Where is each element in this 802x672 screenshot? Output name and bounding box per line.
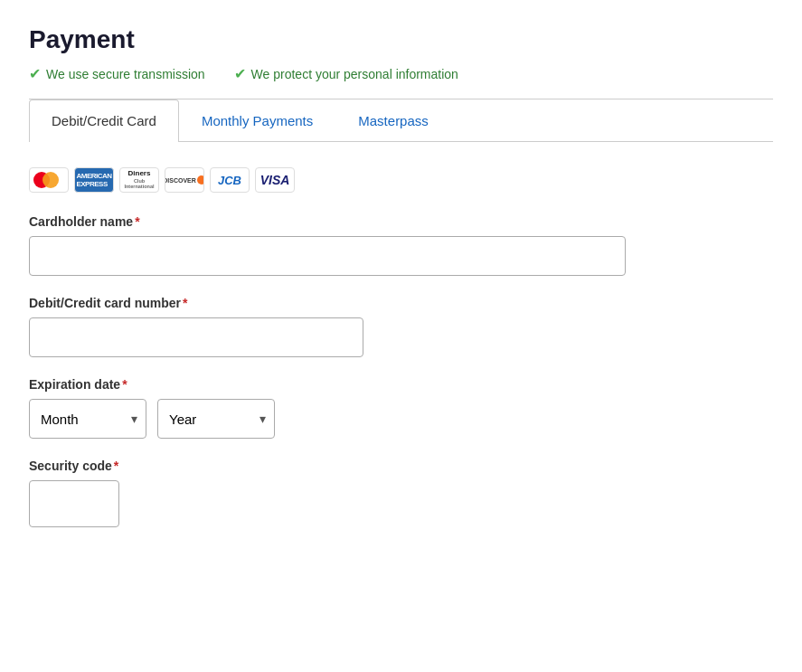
tab-monthly-payments[interactable]: Monthly Payments bbox=[179, 99, 335, 141]
month-select[interactable]: Month 01 02 03 04 05 06 07 08 09 10 11 1… bbox=[29, 399, 146, 439]
year-select-wrapper: Year 2024 2025 2026 2027 2028 2029 2030 … bbox=[157, 399, 275, 439]
tabs-bar: Debit/Credit Card Monthly Payments Maste… bbox=[29, 99, 773, 142]
security-badge-2: ✔ We protect your personal information bbox=[234, 65, 458, 82]
page-title: Payment bbox=[29, 25, 773, 54]
card-icon-mastercard bbox=[29, 167, 69, 193]
payment-container: Payment ✔ We use secure transmission ✔ W… bbox=[0, 0, 802, 583]
security-badges: ✔ We use secure transmission ✔ We protec… bbox=[29, 65, 773, 82]
card-icon-amex: AMERICANEXPRESS bbox=[74, 167, 114, 193]
security-code-input[interactable] bbox=[29, 480, 119, 527]
security-badge-2-text: We protect your personal information bbox=[251, 67, 458, 81]
required-star-expiry: * bbox=[122, 377, 127, 392]
card-icon-discover: DISCOVER bbox=[165, 167, 204, 193]
month-select-wrapper: Month 01 02 03 04 05 06 07 08 09 10 11 1… bbox=[29, 399, 146, 439]
card-number-label: Debit/Credit card number* bbox=[29, 296, 773, 310]
card-icon-diners: Diners ClubInternational bbox=[119, 167, 159, 193]
tab-masterpass[interactable]: Masterpass bbox=[335, 99, 451, 141]
card-icons-row: AMERICANEXPRESS Diners ClubInternational… bbox=[29, 167, 773, 193]
required-star-card: * bbox=[183, 296, 187, 310]
required-star-security: * bbox=[114, 459, 118, 473]
expiration-date-label: Expiration date* bbox=[29, 377, 773, 392]
card-number-input[interactable] bbox=[29, 317, 363, 357]
card-icon-jcb: JCB bbox=[210, 167, 250, 193]
cardholder-name-label: Cardholder name* bbox=[29, 214, 773, 229]
check-icon-1: ✔ bbox=[29, 65, 41, 82]
year-select[interactable]: Year 2024 2025 2026 2027 2028 2029 2030 … bbox=[157, 399, 275, 439]
security-code-label: Security code* bbox=[29, 459, 773, 473]
cardholder-name-group: Cardholder name* bbox=[29, 214, 773, 276]
check-icon-2: ✔ bbox=[234, 65, 246, 82]
card-icon-visa: VISA bbox=[255, 167, 295, 193]
security-badge-1: ✔ We use secure transmission bbox=[29, 65, 205, 82]
expiration-date-group: Expiration date* Month 01 02 03 04 05 06… bbox=[29, 377, 773, 439]
required-star-name: * bbox=[135, 214, 139, 229]
expiry-row: Month 01 02 03 04 05 06 07 08 09 10 11 1… bbox=[29, 399, 773, 439]
cardholder-name-input[interactable] bbox=[29, 236, 626, 276]
tab-debit-credit[interactable]: Debit/Credit Card bbox=[29, 99, 179, 142]
security-badge-1-text: We use secure transmission bbox=[46, 67, 205, 81]
security-code-group: Security code* bbox=[29, 459, 773, 527]
card-number-group: Debit/Credit card number* bbox=[29, 296, 773, 357]
